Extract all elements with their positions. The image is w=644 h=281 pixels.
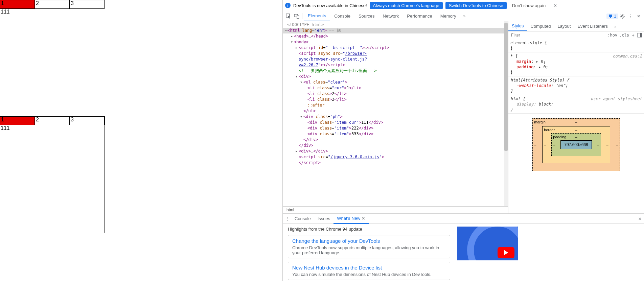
hov-toggle[interactable]: :hov: [607, 33, 617, 38]
dont-show-button[interactable]: Don't show again: [509, 2, 548, 9]
styles-rules[interactable]: element.style { } commen.css:2 * { margi…: [508, 39, 644, 213]
rule-element-style[interactable]: element.style { }: [508, 39, 644, 52]
close-infobar-icon[interactable]: ✕: [551, 1, 559, 9]
drawer-tab-whatsnew[interactable]: What's New✕: [334, 214, 369, 224]
dom-divph[interactable]: ▾<div class="ph">: [283, 114, 508, 120]
tab1-item-3[interactable]: 3: [70, 0, 105, 9]
more-tabs-icon[interactable]: »: [460, 12, 468, 20]
issues-badge[interactable]: 1: [606, 14, 618, 19]
separator: [302, 13, 302, 19]
dom-div2[interactable]: ▸<div>…</div>: [283, 148, 508, 154]
tab2-content-text: 111: [0, 125, 105, 131]
rule-star[interactable]: commen.css:2 * { margin: ▸ 0; padding: ▸…: [508, 52, 644, 76]
dom-script2[interactable]: <script async src="/browser-sync/browser…: [283, 51, 381, 68]
dom-tree[interactable]: <!DOCTYPE html> ⋯<html lang="en"> == $0 …: [283, 21, 508, 206]
dom-html[interactable]: ⋯<html lang="en"> == $0: [283, 28, 508, 33]
tab1-content-text: 111: [0, 9, 282, 15]
dom-div1[interactable]: ▾<div>: [283, 74, 508, 79]
dom-li2[interactable]: <li class>2</li>: [283, 91, 508, 97]
dom-item3[interactable]: <div class="item">333</div>: [283, 131, 508, 137]
dom-li3[interactable]: <li class>3</li>: [283, 97, 508, 102]
switch-language-button[interactable]: Switch DevTools to Chinese: [445, 2, 507, 9]
dom-script3[interactable]: <script src="/jquery-3.6.0.min.js">: [283, 154, 508, 160]
tab2-item-2[interactable]: 2: [35, 116, 70, 125]
issues-count: 1: [614, 14, 616, 19]
drawer-tab-issues[interactable]: Issues: [314, 214, 334, 224]
new-rule-icon[interactable]: ＋: [631, 32, 635, 38]
settings-icon[interactable]: [618, 12, 626, 20]
svg-rect-2: [297, 15, 299, 19]
dom-item1[interactable]: <div class="item cur">111</div>: [283, 120, 508, 125]
dom-li1[interactable]: <li class="cur">1</li>: [283, 85, 508, 91]
dom-div1-close[interactable]: </div>: [283, 143, 508, 148]
dom-doctype: <!DOCTYPE html>: [287, 22, 324, 27]
dom-after: ::after: [307, 103, 325, 108]
tab1-item-1[interactable]: 1: [0, 0, 35, 9]
tab-console[interactable]: Console: [330, 11, 354, 21]
tab2-item-1[interactable]: 1: [0, 116, 35, 125]
tab-memory[interactable]: Memory: [436, 11, 460, 21]
dom-ul-close[interactable]: </ul>: [283, 108, 508, 114]
dom-ul[interactable]: ▾<ul class="clear">: [283, 79, 508, 85]
bm-margin-label: margin: [534, 119, 546, 125]
styles-tab-styles[interactable]: Styles: [508, 21, 527, 31]
styles-tab-layout[interactable]: Layout: [554, 22, 574, 31]
tab-elements[interactable]: Elements: [304, 11, 330, 21]
inspect-icon[interactable]: [284, 12, 293, 20]
drawer-tab-close-icon[interactable]: ✕: [362, 216, 365, 221]
styles-more-tabs-icon[interactable]: »: [611, 22, 619, 30]
tab-sources[interactable]: Sources: [354, 11, 379, 21]
bm-content: 797.600×668: [560, 140, 592, 149]
rule-html-ua[interactable]: user agent stylesheet html { display: bl…: [508, 95, 644, 114]
whatsnew-card-1[interactable]: Change the language of your DevTools Chr…: [288, 235, 450, 258]
styles-sidebar: Styles Computed Layout Event Listeners »…: [508, 21, 644, 213]
tabset-2: 1 2 3 111: [0, 116, 105, 233]
styles-tabs: Styles Computed Layout Event Listeners »: [508, 21, 644, 31]
svg-point-4: [622, 15, 623, 17]
tab2-item-3[interactable]: 3: [70, 116, 105, 125]
drawer-close-icon[interactable]: ✕: [636, 215, 644, 223]
dom-scrollbar[interactable]: [504, 21, 508, 206]
tab-performance[interactable]: Performance: [403, 11, 436, 21]
tab-network[interactable]: Network: [379, 11, 403, 21]
issues-icon: [608, 14, 613, 18]
drawer-more-icon[interactable]: ⋮: [283, 216, 291, 221]
play-icon[interactable]: [498, 247, 514, 258]
tab1-item-2[interactable]: 2: [35, 0, 70, 9]
device-toggle-icon[interactable]: [293, 12, 301, 20]
styles-tab-computed[interactable]: Computed: [527, 22, 554, 31]
bm-border-label: border: [544, 127, 555, 133]
kebab-icon[interactable]: ⋮: [626, 12, 635, 20]
infobar: i DevTools is now available in Chinese! …: [283, 0, 644, 11]
drawer-headline: Highlights from the Chrome 94 update: [288, 227, 450, 232]
info-icon: i: [285, 3, 291, 8]
styles-filter-row: :hov .cls ＋: [508, 31, 644, 39]
dom-script3-close[interactable]: </script>: [283, 160, 508, 166]
styles-tab-eventlisteners[interactable]: Event Listeners: [574, 22, 611, 31]
dom-divph-close[interactable]: </div>: [283, 137, 508, 143]
dom-head[interactable]: ▸<head>…</head>: [283, 33, 508, 39]
drawer-body: Highlights from the Chrome 94 update Cha…: [283, 224, 644, 281]
elements-panel: <!DOCTYPE html> ⋯<html lang="en"> == $0 …: [283, 21, 508, 213]
styles-filter-input[interactable]: [508, 31, 605, 39]
dom-breadcrumb[interactable]: html: [283, 206, 508, 213]
drawer-tabs: ⋮ Console Issues What's New✕ ✕: [283, 214, 644, 224]
bm-padding-label: padding: [553, 134, 566, 140]
drawer-tab-console[interactable]: Console: [291, 214, 314, 224]
svg-rect-3: [609, 15, 612, 17]
close-devtools-icon[interactable]: ✕: [635, 12, 643, 20]
rendered-page: 1 2 3 111 1 2 3 111: [0, 0, 283, 281]
box-model: margin – – – – border – – – –: [508, 114, 644, 176]
whatsnew-card-2[interactable]: New Nest Hub devices in the Device list …: [288, 262, 450, 280]
match-language-button[interactable]: Always match Chrome's language: [370, 2, 443, 9]
cls-toggle[interactable]: .cls: [619, 33, 629, 38]
dom-body[interactable]: ▾<body>: [283, 39, 508, 45]
sidebar-toggle-icon[interactable]: [637, 33, 642, 38]
whatsnew-video-thumb[interactable]: [457, 227, 518, 260]
dom-script1[interactable]: ▸<script id="__bs_script__">…</script>: [283, 45, 508, 51]
devtools: i DevTools is now available in Chinese! …: [283, 0, 644, 281]
tab1-content: 111: [0, 9, 282, 116]
tab-list-2: 1 2 3: [0, 116, 105, 125]
rule-html-attrs[interactable]: html[Attributes Style] { -webkit-locale:…: [508, 76, 644, 95]
dom-item2[interactable]: <div class="item">222</div>: [283, 125, 508, 131]
